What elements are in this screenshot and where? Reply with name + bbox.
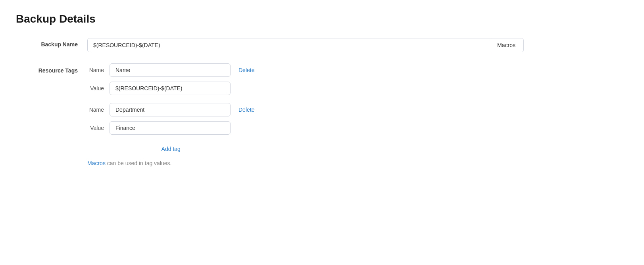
tag-1-name-label: Name xyxy=(87,67,110,73)
add-tag-button[interactable]: Add tag xyxy=(87,146,254,152)
resource-tags-row: Resource Tags Name Delete Value xyxy=(16,63,628,166)
tag-2-name-label: Name xyxy=(87,107,110,113)
tag-1-delete-button[interactable]: Delete xyxy=(238,67,254,73)
macros-note-text: can be used in tag values. xyxy=(106,160,172,166)
tag-2-value-row: Value xyxy=(87,121,254,135)
page-title: Backup Details xyxy=(16,13,628,25)
tag-2-name-row: Name Delete xyxy=(87,103,254,116)
tag-group-2: Name Delete Value xyxy=(87,103,254,139)
page-container: Backup Details Backup Name Macros Resour… xyxy=(0,0,644,190)
backup-name-group: Macros xyxy=(87,38,524,52)
tag-1-value-input[interactable] xyxy=(110,82,231,95)
resource-tags-label: Resource Tags xyxy=(16,63,87,74)
tag-group-1: Name Delete Value xyxy=(87,63,254,100)
macros-note-link[interactable]: Macros xyxy=(87,160,106,166)
backup-name-row: Backup Name Macros xyxy=(16,38,628,52)
backup-name-label: Backup Name xyxy=(16,38,87,48)
tag-2-value-label: Value xyxy=(87,125,110,131)
tag-2-delete-button[interactable]: Delete xyxy=(238,107,254,113)
macros-note: Macros can be used in tag values. xyxy=(87,160,254,166)
tag-1-name-input[interactable] xyxy=(110,63,231,77)
resource-tags-content: Name Delete Value Name Delete xyxy=(87,63,254,166)
form-section: Backup Name Macros Resource Tags Name De… xyxy=(16,38,628,177)
macros-button[interactable]: Macros xyxy=(489,38,523,52)
tag-2-name-input[interactable] xyxy=(110,103,231,116)
backup-name-input[interactable] xyxy=(88,38,489,52)
tag-1-value-label: Value xyxy=(87,85,110,92)
tag-1-name-row: Name Delete xyxy=(87,63,254,77)
tag-2-value-input[interactable] xyxy=(110,121,231,135)
tag-1-value-row: Value xyxy=(87,82,254,95)
